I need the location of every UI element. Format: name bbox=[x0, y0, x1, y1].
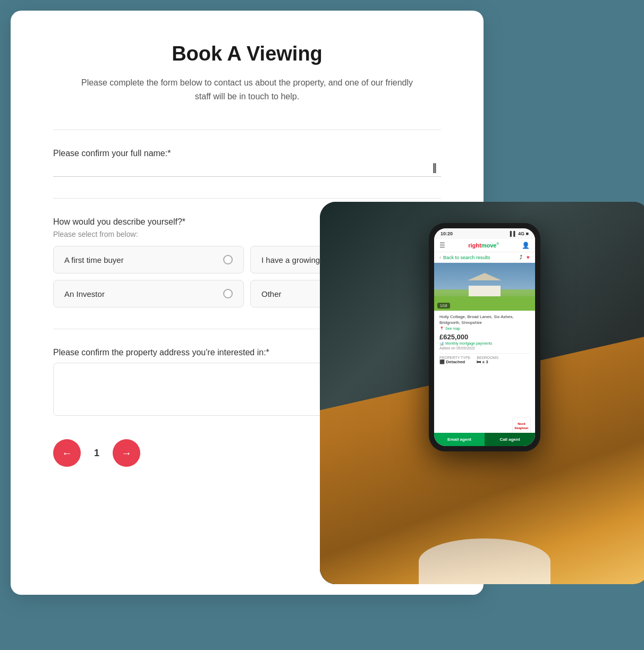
bedrooms-value: 🛏 x 3 bbox=[477, 360, 498, 364]
phone-cta-bar: Email agent Call agent bbox=[434, 433, 535, 446]
next-arrow-icon: → bbox=[121, 447, 132, 459]
hamburger-icon: ☰ bbox=[439, 242, 445, 249]
name-section: Please confirm your full name:* ‖ bbox=[53, 149, 441, 177]
radio-label-investor: An Investor bbox=[64, 289, 105, 298]
rightmove-logo: rightmove® bbox=[448, 242, 519, 249]
bed-icon: 🛏 bbox=[477, 360, 481, 364]
heart-icon: ♥ bbox=[527, 254, 530, 260]
phone-screen: 10:20 ▌▌ 4G ■ ☰ rightmove® 👤 ‹ bbox=[434, 228, 535, 446]
phone-time: 10:20 bbox=[440, 231, 453, 236]
phone-nav-bar: ☰ rightmove® 👤 bbox=[434, 239, 535, 252]
prev-button[interactable]: ← bbox=[53, 439, 81, 467]
prev-arrow-icon: ← bbox=[62, 447, 72, 459]
mortgage-text: 📊 Monthly mortgage payments bbox=[439, 341, 530, 346]
call-agent-button[interactable]: Call agent bbox=[485, 433, 535, 446]
map-pin-icon: 📍 bbox=[439, 327, 444, 330]
page-title: Book A Viewing bbox=[53, 42, 441, 65]
email-agent-button[interactable]: Email agent bbox=[434, 433, 485, 446]
back-arrow-icon: ‹ bbox=[439, 255, 441, 260]
name-input-wrapper: ‖ bbox=[53, 158, 441, 177]
property-type-row: PROPERTY TYPE ⬛ Detached BEDROOMS 🛏 bbox=[439, 353, 530, 364]
phone-status-bar: 10:20 ▌▌ 4G ■ bbox=[434, 228, 535, 239]
property-type-value: ⬛ Detached bbox=[439, 360, 470, 364]
back-text: Back to search results bbox=[443, 255, 490, 260]
radio-option-first-time-buyer[interactable]: A first time buyer bbox=[53, 246, 244, 273]
radio-circle-investor bbox=[223, 289, 233, 298]
phone-share-heart: ⤴ ♥ bbox=[520, 254, 530, 260]
image-counter: 1/16 bbox=[437, 303, 450, 309]
radio-label-first-time-buyer: A first time buyer bbox=[64, 255, 124, 264]
profile-icon: 👤 bbox=[522, 242, 530, 249]
property-image: 1/16 bbox=[434, 263, 535, 311]
name-label: Please confirm your full name:* bbox=[53, 149, 171, 158]
phone-back-row: ‹ Back to search results ⤴ ♥ bbox=[434, 252, 535, 263]
page-number: 1 bbox=[86, 448, 107, 459]
property-type-item: PROPERTY TYPE ⬛ Detached bbox=[439, 356, 470, 364]
page-wrapper: Book A Viewing Please complete the form … bbox=[0, 0, 644, 650]
radio-circle-first-time-buyer bbox=[223, 255, 233, 264]
see-map-link[interactable]: 📍 See map bbox=[439, 327, 530, 331]
divider-2 bbox=[53, 198, 441, 199]
name-input[interactable] bbox=[53, 158, 441, 177]
address-label: Please confirm the property address you'… bbox=[53, 348, 269, 357]
property-info: Holly Cottage, Broad Lanes, Six Ashes, B… bbox=[434, 311, 535, 371]
shoes-area bbox=[419, 538, 550, 584]
bedrooms-label: BEDROOMS bbox=[477, 356, 498, 360]
phone-device: 10:20 ▌▌ 4G ■ ☰ rightmove® 👤 ‹ bbox=[429, 223, 540, 451]
detached-icon: ⬛ bbox=[439, 360, 445, 364]
property-address: Holly Cottage, Broad Lanes, Six Ashes, B… bbox=[439, 314, 530, 326]
property-price: £625,000 bbox=[439, 333, 530, 341]
divider bbox=[53, 130, 441, 130]
house-roof bbox=[468, 273, 502, 280]
phone-background: 10:20 ▌▌ 4G ■ ☰ rightmove® 👤 ‹ bbox=[320, 202, 644, 584]
bedrooms-item: BEDROOMS 🛏 x 3 bbox=[477, 356, 498, 364]
phone-overlay: 10:20 ▌▌ 4G ■ ☰ rightmove® 👤 ‹ bbox=[320, 202, 644, 584]
next-button[interactable]: → bbox=[113, 439, 140, 467]
radio-label-other: Other bbox=[261, 289, 282, 298]
form-subtitle: Please complete the form below to contac… bbox=[74, 76, 420, 103]
mortgage-icon: 📊 bbox=[439, 341, 444, 345]
phone-signals: ▌▌ 4G ■ bbox=[510, 231, 529, 236]
radio-option-investor[interactable]: An Investor bbox=[53, 280, 244, 307]
input-cursor-icon: ‖ bbox=[432, 162, 437, 174]
added-text: Added on 05/03/2022 bbox=[439, 346, 530, 350]
share-icon: ⤴ bbox=[520, 254, 522, 260]
